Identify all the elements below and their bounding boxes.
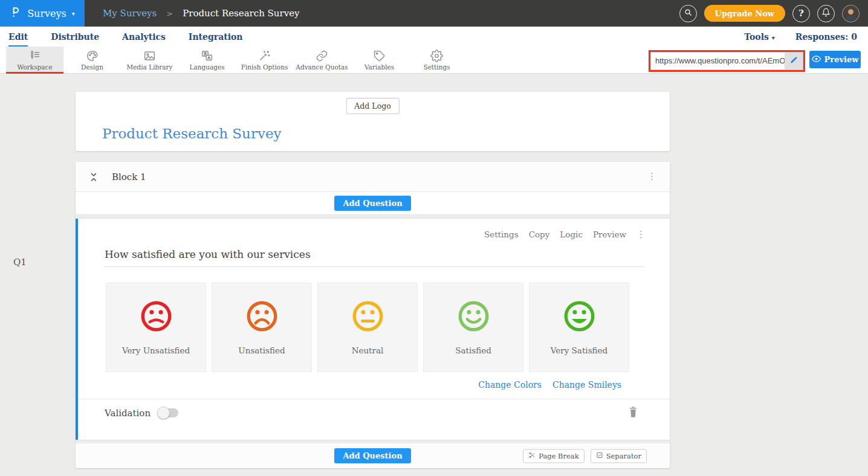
question-kebab-menu-icon[interactable]: ⋮ <box>636 230 646 239</box>
toolbar-item-media-library[interactable]: Media Library <box>121 47 178 74</box>
media-library-icon <box>143 50 156 62</box>
answer-option-unsatisfied[interactable]: Unsatisfied <box>212 283 312 372</box>
breadcrumb-current: Product Research Survey <box>183 8 299 19</box>
question-actions: SettingsCopyLogicPreview ⋮ <box>78 219 670 239</box>
survey-url-field[interactable]: https://www.questionpro.com/t/AEmOx2 <box>650 52 803 70</box>
validation-toggle[interactable] <box>159 408 178 417</box>
question-text[interactable]: How satisfied are you with our services <box>105 248 644 267</box>
app-menu-label: Surveys <box>27 8 66 19</box>
toolbar-item-settings[interactable]: Settings <box>408 47 465 74</box>
top-bar: Surveys ▾ My Surveys > Product Research … <box>0 0 868 27</box>
question-number-label: Q1 <box>13 257 27 268</box>
survey-title[interactable]: Product Research Survey <box>102 126 282 141</box>
topbar-actions: Upgrade Now ? <box>679 5 868 22</box>
smiley-sad-icon <box>245 299 279 333</box>
trash-icon <box>628 408 638 420</box>
answer-option-neutral[interactable]: Neutral <box>317 283 418 372</box>
breadcrumb-my-surveys[interactable]: My Surveys <box>103 8 157 19</box>
section-divider <box>76 214 670 219</box>
question-action-settings[interactable]: Settings <box>484 230 519 239</box>
survey-header-card: Add Logo Product Research Survey <box>76 92 670 151</box>
validation-label: Validation <box>105 408 151 419</box>
block-header: Block 1 ⋮ <box>76 162 670 192</box>
add-question-button-top[interactable]: Add Question <box>334 196 410 211</box>
search-icon <box>684 8 693 19</box>
add-logo-button[interactable]: Add Logo <box>346 98 399 114</box>
user-avatar[interactable] <box>842 5 860 22</box>
block-footer: Add Question Page Break Separator <box>76 443 670 468</box>
scissors-icon <box>528 451 536 460</box>
workspace-canvas: Add Logo Product Research Survey Q1 Bloc… <box>0 74 868 476</box>
smiley-very-sad-icon <box>139 299 173 333</box>
page-break-button[interactable]: Page Break <box>523 449 584 463</box>
smiley-neutral-icon <box>351 299 385 333</box>
toolbar-item-variables[interactable]: Variables <box>351 47 408 74</box>
smiley-happy-icon <box>456 299 491 333</box>
nav-tab-edit[interactable]: Edit <box>8 27 28 47</box>
add-question-row-top: Add Question <box>76 192 670 214</box>
survey-url-highlight: https://www.questionpro.com/t/AEmOx2 <box>649 50 805 72</box>
variables-icon <box>373 50 386 62</box>
separator-button[interactable]: Separator <box>591 449 647 463</box>
eye-icon <box>812 54 821 65</box>
smiley-very-happy-icon <box>562 299 597 333</box>
checkbox-checked-icon <box>596 451 603 460</box>
add-question-button-bottom[interactable]: Add Question <box>334 448 410 463</box>
caret-down-icon: ▾ <box>772 34 775 41</box>
block-card: Block 1 ⋮ Add Question SettingsCopyLogic… <box>76 162 670 468</box>
change-smileys-link[interactable]: Change Smileys <box>552 380 621 390</box>
block-kebab-menu-icon[interactable]: ⋮ <box>647 172 656 181</box>
toolbar-item-finish-options[interactable]: Finish Options <box>236 47 293 74</box>
bell-icon <box>821 8 831 19</box>
toolbar-item-languages[interactable]: Languages <box>178 47 236 74</box>
survey-url-text[interactable]: https://www.questionpro.com/t/AEmOx2 <box>651 53 785 69</box>
question-action-copy[interactable]: Copy <box>529 230 550 239</box>
question-mark-icon: ? <box>798 8 804 19</box>
collapse-block-button[interactable] <box>89 170 100 184</box>
languages-icon <box>201 50 213 62</box>
change-colors-link[interactable]: Change Colors <box>478 380 542 390</box>
responses-count[interactable]: Responses: 0 <box>795 32 857 42</box>
toolbar-item-workspace[interactable]: Workspace <box>6 47 63 74</box>
answer-option-satisfied[interactable]: Satisfied <box>423 283 523 372</box>
question-action-logic[interactable]: Logic <box>560 230 583 239</box>
design-icon <box>86 50 99 62</box>
caret-down-icon: ▾ <box>72 10 75 17</box>
settings-icon <box>430 50 443 62</box>
validation-row: Validation <box>78 399 670 426</box>
toggle-knob <box>157 407 170 419</box>
upgrade-now-button[interactable]: Upgrade Now <box>704 5 785 22</box>
finish-options-icon <box>258 50 271 62</box>
search-button[interactable] <box>679 5 697 22</box>
toolbar-item-advance-quotas[interactable]: Advance Quotas <box>293 47 351 74</box>
question-action-preview[interactable]: Preview <box>593 230 626 239</box>
edit-url-button[interactable] <box>785 53 803 69</box>
answer-option-very-unsatisfied[interactable]: Very Unsatisfied <box>106 283 206 372</box>
footer-right-buttons: Page Break Separator <box>523 449 647 463</box>
workspace-icon <box>28 50 41 62</box>
toolbar-items: Workspace Design Media Library Languages… <box>6 47 465 73</box>
question-card: SettingsCopyLogicPreview ⋮ How satisfied… <box>76 219 670 440</box>
nav-tab-integration[interactable]: Integration <box>189 27 243 47</box>
app-logo-menu[interactable]: Surveys ▾ <box>0 0 85 27</box>
answer-option-very-satisfied[interactable]: Very Satisfied <box>529 283 629 372</box>
notifications-button[interactable] <box>817 5 835 22</box>
nav-tab-distribute[interactable]: Distribute <box>51 27 99 47</box>
block-title[interactable]: Block 1 <box>112 172 146 182</box>
help-button[interactable]: ? <box>792 5 810 22</box>
section-nav: EditDistributeAnalyticsIntegration Tools… <box>0 27 868 47</box>
nav-tabs: EditDistributeAnalyticsIntegration <box>8 27 266 47</box>
delete-question-button[interactable] <box>628 406 638 420</box>
breadcrumb-separator: > <box>166 9 173 18</box>
nav-tab-analytics[interactable]: Analytics <box>122 27 166 47</box>
advance-quotas-icon <box>316 50 328 62</box>
questionpro-logo-icon <box>10 5 22 21</box>
pencil-icon <box>789 56 798 67</box>
question-links: Change Colors Change Smileys <box>78 380 621 390</box>
collapse-icon <box>89 175 99 186</box>
toolbar-item-design[interactable]: Design <box>63 47 121 74</box>
preview-button[interactable]: Preview <box>809 51 861 68</box>
smiley-options-row: Very Unsatisfied Unsatisfied Neutral <box>106 283 670 372</box>
tools-menu[interactable]: Tools ▾ <box>744 32 775 42</box>
breadcrumb: My Surveys > Product Research Survey <box>103 8 300 19</box>
